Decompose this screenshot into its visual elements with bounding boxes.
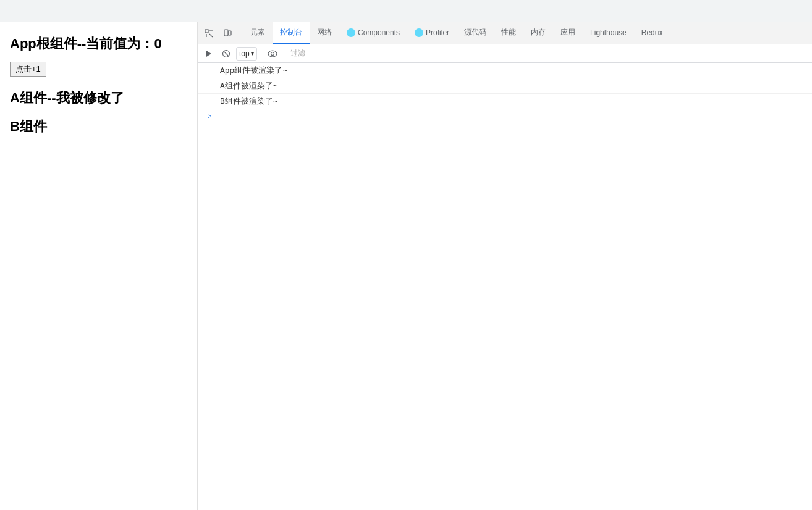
tab-redux[interactable]: Redux bbox=[634, 22, 670, 44]
toolbar-separator-1 bbox=[261, 48, 261, 59]
browser-bar bbox=[0, 0, 812, 22]
tab-components[interactable]: Components bbox=[339, 22, 407, 44]
device-toolbar-icon[interactable] bbox=[219, 25, 236, 42]
devtools-tabs: 元素 控制台 网络 Components Profiler bbox=[198, 22, 812, 44]
tab-console[interactable]: 控制台 bbox=[273, 22, 310, 44]
devtools-toolbar: top ▾ 过滤 bbox=[198, 44, 812, 63]
react-profiler-icon bbox=[415, 28, 423, 37]
tab-network[interactable]: 网络 bbox=[310, 22, 339, 44]
clear-console-button[interactable] bbox=[201, 46, 216, 61]
tab-element[interactable]: 元素 bbox=[243, 22, 273, 44]
tab-memory[interactable]: 内存 bbox=[523, 22, 553, 44]
console-line-2: A组件被渲染了~ bbox=[198, 78, 812, 94]
tab-source[interactable]: 源代码 bbox=[457, 22, 494, 44]
a-component-label: A组件--我被修改了 bbox=[10, 89, 187, 107]
filter-label: 过滤 bbox=[288, 48, 305, 59]
svg-point-9 bbox=[268, 51, 277, 57]
toolbar-separator-2 bbox=[284, 48, 284, 59]
stop-button[interactable] bbox=[219, 46, 234, 61]
console-line-3: B组件被渲染了~ bbox=[198, 94, 812, 109]
svg-rect-0 bbox=[205, 30, 208, 33]
svg-point-10 bbox=[271, 52, 274, 55]
tab-application[interactable]: 应用 bbox=[553, 22, 583, 44]
eye-icon[interactable] bbox=[265, 46, 280, 61]
app-title: App根组件--当前值为：0 bbox=[10, 35, 187, 53]
svg-rect-4 bbox=[224, 30, 228, 36]
b-component-label: B组件 bbox=[10, 117, 187, 136]
tab-profiler[interactable]: Profiler bbox=[407, 22, 457, 44]
main-area: App根组件--当前值为：0 点击+1 A组件--我被修改了 B组件 bbox=[0, 22, 812, 510]
devtools-panel: 元素 控制台 网络 Components Profiler bbox=[198, 22, 812, 510]
expand-arrow[interactable]: > bbox=[203, 111, 217, 122]
react-components-icon bbox=[347, 28, 355, 37]
page-preview: App根组件--当前值为：0 点击+1 A组件--我被修改了 B组件 bbox=[0, 22, 198, 510]
inspect-element-icon[interactable] bbox=[200, 25, 218, 42]
tab-performance[interactable]: 性能 bbox=[494, 22, 523, 44]
svg-line-3 bbox=[209, 34, 213, 37]
tab-lighthouse[interactable]: Lighthouse bbox=[583, 22, 634, 44]
top-context-select[interactable]: top ▾ bbox=[236, 47, 257, 61]
console-output: App组件被渲染了~ A组件被渲染了~ B组件被渲染了~ > bbox=[198, 63, 812, 510]
tab-separator-1 bbox=[240, 27, 240, 40]
chevron-down-icon: ▾ bbox=[251, 50, 254, 57]
click-button[interactable]: 点击+1 bbox=[10, 62, 46, 77]
expand-arrow-row: > bbox=[198, 109, 812, 124]
svg-marker-6 bbox=[206, 51, 211, 57]
svg-rect-5 bbox=[229, 31, 231, 35]
svg-line-8 bbox=[224, 51, 229, 56]
console-line-1: App组件被渲染了~ bbox=[198, 63, 812, 78]
